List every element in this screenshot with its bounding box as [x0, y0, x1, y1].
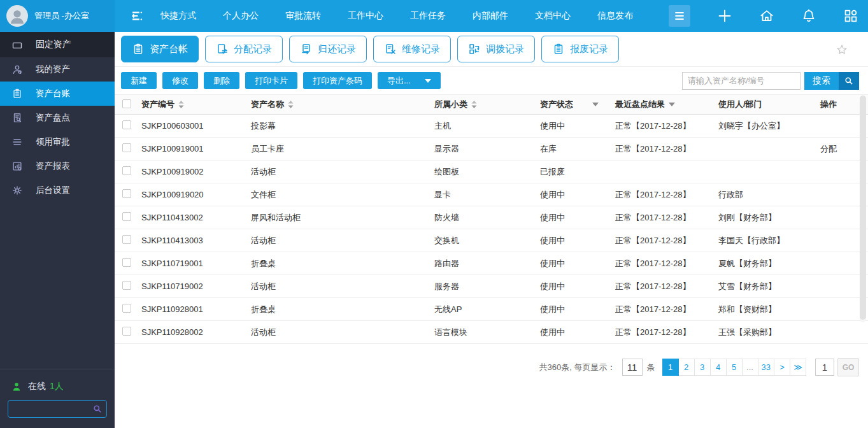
sort-icon[interactable] [287, 100, 294, 109]
column-header-label: 资产状态 [540, 99, 573, 110]
toolbar-button[interactable]: 打印资产条码 [303, 72, 372, 89]
check-result-cell: 正常【2017-12-28】 [615, 143, 718, 155]
topbar-nav-item[interactable]: 内部邮件 [473, 10, 508, 22]
row-checkbox[interactable] [122, 212, 131, 221]
row-checkbox[interactable] [122, 258, 131, 267]
toolbar-button[interactable]: 打印卡片 [245, 72, 297, 89]
asset-name-cell: 员工卡座 [251, 143, 434, 155]
next-page-button[interactable]: > [774, 359, 790, 376]
toolbar-button[interactable]: 新建 [121, 72, 157, 89]
tab-doc-return[interactable]: 归还记录 [289, 36, 367, 62]
category-cell: 语言模块 [434, 327, 540, 338]
category-cell: 服务器 [434, 281, 540, 292]
row-checkbox[interactable] [122, 143, 131, 152]
toolbar-button[interactable]: 修改 [162, 72, 198, 89]
sidebar-item-doc-search[interactable]: 资产盘点 [0, 106, 115, 130]
sidebar-item-person[interactable]: 我的资产 [0, 57, 115, 82]
page-button[interactable]: 2 [678, 359, 695, 376]
goto-page-input[interactable] [815, 359, 834, 376]
go-button[interactable]: GO [837, 358, 859, 376]
asset-code-cell: SJKP100919001 [141, 144, 251, 153]
check-result-cell: 正常【2017-12-28】 [615, 189, 718, 201]
asset-name-cell: 文件柜 [251, 189, 434, 201]
tab-clipboard[interactable]: 报废记录 [541, 36, 619, 62]
scrollbar-thumb[interactable] [860, 96, 866, 320]
table-row: SJKP110413002屏风和活动柜防火墙使用中正常【2017-12-28】刘… [115, 206, 868, 229]
sidebar-item-clipboard[interactable]: 资产台账 [0, 82, 115, 106]
clipboard-icon [552, 43, 565, 55]
bell-icon[interactable] [801, 8, 816, 24]
row-checkbox[interactable] [122, 120, 131, 129]
export-button[interactable]: 导出... [378, 72, 441, 89]
plus-icon[interactable] [717, 8, 732, 24]
tab-transfer[interactable]: 调拨记录 [457, 36, 535, 62]
filter-caret-icon[interactable] [669, 103, 675, 106]
sidebar-item-gear[interactable]: 后台设置 [0, 178, 115, 203]
page-button[interactable]: 5 [726, 359, 743, 376]
sidebar-search-icon[interactable] [92, 404, 103, 414]
page-button[interactable]: 33 [758, 359, 774, 376]
column-header[interactable]: 资产状态 [540, 99, 615, 110]
user-dept-cell: 李国天【行政部】 [718, 235, 820, 246]
hamburger-menu-icon[interactable] [669, 5, 690, 27]
asset-code-cell: SJKP110413002 [141, 213, 251, 222]
row-checkbox[interactable] [122, 189, 131, 198]
per-page-input[interactable] [622, 359, 643, 376]
tab-doc-swap[interactable]: 分配记录 [205, 36, 283, 62]
row-checkbox[interactable] [122, 281, 131, 290]
favorite-star-icon[interactable] [836, 44, 848, 55]
topbar-nav-item[interactable]: 审批流转 [285, 10, 321, 22]
topbar-user-area[interactable]: 管理员 -办公室 [0, 0, 115, 32]
apps-icon[interactable] [843, 8, 858, 24]
home-icon[interactable] [759, 8, 774, 24]
topbar: 管理员 -办公室 快捷方式个人办公审批流转工作中心工作任务内部邮件文档中心信息发… [0, 0, 868, 32]
search-button[interactable]: 搜索 [804, 72, 859, 90]
action-link[interactable]: 分配 [820, 144, 837, 153]
page-button[interactable]: 4 [710, 359, 727, 376]
row-checkbox[interactable] [122, 327, 131, 336]
topbar-nav-item[interactable]: 工作中心 [348, 10, 383, 22]
topbar-nav-item[interactable]: 文档中心 [535, 10, 571, 22]
topbar-nav-item[interactable]: 信息发布 [597, 10, 633, 22]
filter-caret-icon[interactable] [592, 103, 599, 106]
table-scrollbar[interactable] [860, 96, 866, 322]
tab-clipboard[interactable]: 资产台帐 [121, 36, 199, 62]
column-header[interactable]: 资产名称 [251, 99, 434, 110]
column-header[interactable]: 资产编号 [141, 99, 251, 110]
topbar-nav-item[interactable]: 个人办公 [223, 10, 259, 22]
row-checkbox[interactable] [122, 235, 131, 244]
category-cell: 绘图板 [434, 166, 540, 178]
tab-doc-repair[interactable]: 维修记录 [373, 36, 451, 62]
sidebar-item-layers[interactable]: 领用审批 [0, 130, 115, 154]
page-button[interactable]: 1 [662, 359, 679, 376]
topbar-nav-item[interactable]: 工作任务 [410, 10, 446, 22]
last-page-button[interactable]: ≫ [790, 359, 806, 376]
table-row: SJKP100919020文件柜显卡使用中正常【2017-12-28】行政部 [115, 183, 868, 206]
column-header[interactable]: 最近盘点结果 [615, 99, 718, 110]
toolbar: 新建修改删除打印卡片打印资产条码 导出... 搜索 [115, 67, 868, 94]
row-checkbox-cell [122, 281, 141, 292]
select-all-checkbox[interactable] [122, 99, 131, 108]
user-dept-cell: 刘刚【财务部】 [718, 212, 820, 224]
row-checkbox[interactable] [122, 304, 131, 313]
nav-list-icon[interactable] [129, 8, 144, 24]
category-cell: 防火墙 [434, 212, 540, 224]
status-cell: 使用中 [540, 212, 615, 224]
row-checkbox[interactable] [122, 166, 131, 175]
sort-icon[interactable] [178, 100, 185, 109]
page-button[interactable]: 3 [694, 359, 711, 376]
sidebar-section-fixed-assets[interactable]: 固定资产 [0, 32, 115, 57]
status-cell: 使用中 [540, 281, 615, 292]
clipboard-icon [132, 43, 145, 55]
status-cell: 使用中 [540, 189, 615, 201]
avatar[interactable] [6, 5, 28, 27]
row-checkbox-cell [122, 304, 141, 315]
layers-icon [11, 136, 23, 148]
sort-icon[interactable] [471, 100, 478, 109]
sidebar-item-report[interactable]: 资产报表 [0, 154, 115, 178]
topbar-nav-item[interactable]: 快捷方式 [160, 10, 196, 22]
toolbar-button[interactable]: 删除 [204, 72, 239, 89]
column-header[interactable]: 所属小类 [434, 99, 540, 110]
row-checkbox-cell [122, 212, 141, 223]
asset-search-input[interactable] [682, 72, 800, 90]
